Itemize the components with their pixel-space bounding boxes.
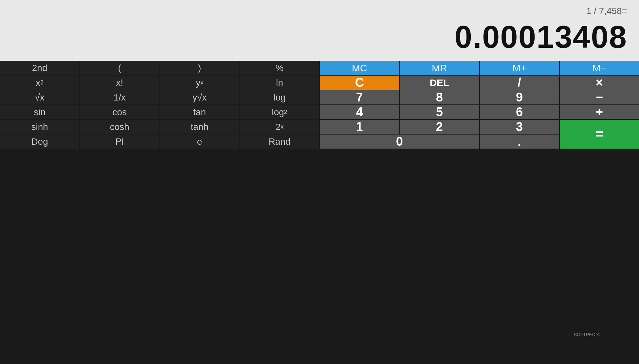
btn-mr[interactable]: MR <box>400 61 479 75</box>
btn-yth-root[interactable]: y√x <box>160 90 239 104</box>
buttons-wrapper: 2nd ( ) % MC MR M+ M− x2 x! yx ln C DEL … <box>0 61 639 364</box>
btn-5[interactable]: 5 <box>400 105 479 119</box>
btn-decimal[interactable]: . <box>480 135 559 149</box>
btn-rand[interactable]: Rand <box>240 135 319 149</box>
btn-tan[interactable]: tan <box>160 105 239 119</box>
calculator: 1 / 7,458= 0.00013408 2nd ( ) % MC MR M+… <box>0 0 639 364</box>
btn-cosh[interactable]: cosh <box>80 120 159 134</box>
btn-log2[interactable]: log2 <box>240 105 319 119</box>
display-expression: 1 / 7,458= <box>586 6 627 16</box>
btn-6[interactable]: 6 <box>480 105 559 119</box>
button-grid: 2nd ( ) % MC MR M+ M− x2 x! yx ln C DEL … <box>0 61 639 149</box>
btn-sin[interactable]: sin <box>0 105 79 119</box>
btn-multiply[interactable]: × <box>560 76 639 90</box>
btn-sinh[interactable]: sinh <box>0 120 79 134</box>
btn-3[interactable]: 3 <box>480 120 559 134</box>
btn-y-to-x[interactable]: yx <box>160 76 239 90</box>
btn-1[interactable]: 1 <box>320 120 399 134</box>
btn-divide[interactable]: / <box>480 76 559 90</box>
btn-log[interactable]: log <box>240 90 319 104</box>
display-value: 0.00013408 <box>455 19 627 55</box>
btn-7[interactable]: 7 <box>320 90 399 104</box>
btn-0[interactable]: 0 <box>320 135 479 149</box>
btn-add[interactable]: + <box>560 105 639 119</box>
btn-reciprocal[interactable]: 1/x <box>80 90 159 104</box>
btn-tanh[interactable]: tanh <box>160 120 239 134</box>
btn-equals[interactable]: = <box>560 120 639 149</box>
display: 1 / 7,458= 0.00013408 <box>0 0 639 61</box>
btn-percent[interactable]: % <box>240 61 319 75</box>
btn-x-factorial[interactable]: x! <box>80 76 159 90</box>
btn-2nd[interactable]: 2nd <box>0 61 79 75</box>
btn-e[interactable]: e <box>160 135 239 149</box>
btn-4[interactable]: 4 <box>320 105 399 119</box>
btn-2-to-x[interactable]: 2x <box>240 120 319 134</box>
btn-delete[interactable]: DEL <box>400 76 479 90</box>
btn-8[interactable]: 8 <box>400 90 479 104</box>
btn-ln[interactable]: ln <box>240 76 319 90</box>
btn-9[interactable]: 9 <box>480 90 559 104</box>
btn-pi[interactable]: PI <box>80 135 159 149</box>
watermark: SOFTPEDIA <box>574 332 600 337</box>
btn-close-paren[interactable]: ) <box>160 61 239 75</box>
btn-m-plus[interactable]: M+ <box>480 61 559 75</box>
btn-mc[interactable]: MC <box>320 61 399 75</box>
btn-subtract[interactable]: − <box>560 90 639 104</box>
btn-m-minus[interactable]: M− <box>560 61 639 75</box>
btn-sqrt[interactable]: √x <box>0 90 79 104</box>
btn-open-paren[interactable]: ( <box>80 61 159 75</box>
btn-deg[interactable]: Deg <box>0 135 79 149</box>
btn-clear[interactable]: C <box>320 76 399 90</box>
btn-cos[interactable]: cos <box>80 105 159 119</box>
btn-x-squared[interactable]: x2 <box>0 76 79 90</box>
btn-2[interactable]: 2 <box>400 120 479 134</box>
